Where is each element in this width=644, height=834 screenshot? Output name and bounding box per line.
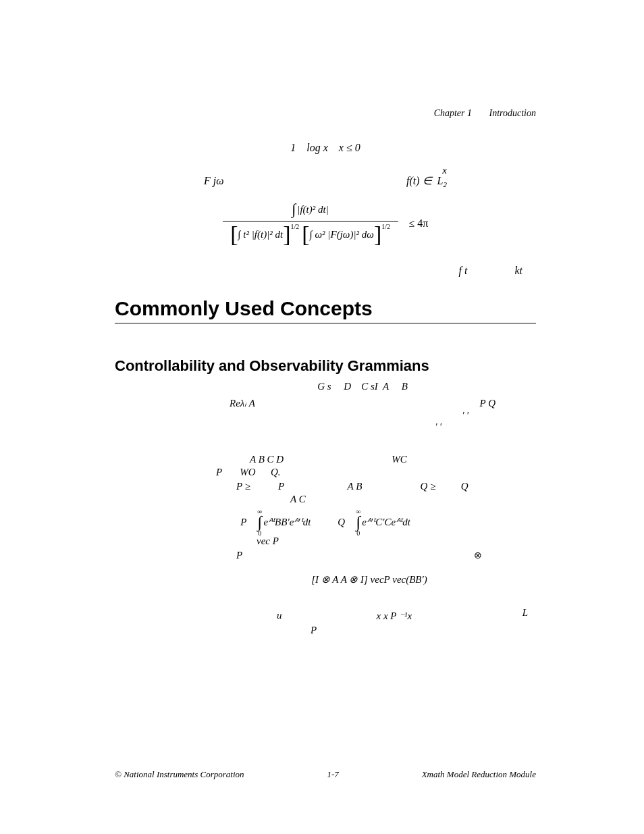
- q-label: Q: [338, 517, 345, 528]
- q-integral: Q ∞ ∫ 0 eᴬ′ᵗC′Ceᴬᵗdt: [338, 508, 410, 538]
- page-footer: © National Instruments Corporation 1-7 X…: [115, 769, 536, 780]
- u-xpx-line: u x x P ⁻¹x: [277, 610, 536, 622]
- p-equals: P: [240, 517, 246, 528]
- math-inequality: ≤ 4π: [406, 217, 429, 230]
- integral-icon: ∫: [258, 515, 263, 530]
- math-fjw-row: F jω x f(t) ∈ L2: [204, 174, 447, 187]
- math-fraction: ∫ |f(t)² dt| [ ∫ t² |f(t)|² dt ] 1/2 [ ∫…: [223, 199, 398, 247]
- running-header: Chapter 1 Introduction: [434, 108, 536, 119]
- math-num-body: |f(t)² dt|: [297, 204, 329, 215]
- footer-center: 1-7: [327, 769, 338, 780]
- p-kron-line: P ⊗: [236, 550, 536, 561]
- abcd-wc-line: A B C D WC: [250, 454, 536, 465]
- integral-icon: ∫: [356, 515, 360, 530]
- footer-left: © National Instruments Corporation: [115, 769, 244, 780]
- math-den1: ∫ t² |f(t)|² dt: [238, 229, 283, 240]
- u-symbol: u: [277, 610, 282, 622]
- footer-right: Xmath Model Reduction Module: [422, 769, 536, 780]
- vec-p-line: vec P: [257, 536, 536, 547]
- math-den2: ∫ ω² |F(jω)|² dω: [310, 229, 374, 240]
- bracket-right-icon: ]: [374, 223, 381, 246]
- p-int-body: eᴬᵗBB′eᴬ′ᵗdt: [263, 516, 311, 528]
- re-lambda: Reλᵢ A: [230, 396, 255, 411]
- integral-symbol: ∫: [292, 201, 296, 218]
- chapter-label: Chapter 1: [434, 108, 472, 118]
- subsection-heading: Controllability and Observability Grammi…: [115, 357, 536, 375]
- p-last: P: [311, 625, 536, 636]
- l-symbol: L: [522, 607, 528, 619]
- xpx: x x P ⁻¹x: [377, 610, 412, 622]
- p-ge-line: P ≥ P A B Q ≥ Q: [236, 481, 536, 492]
- gs-paragraph: G s D C sI A B Reλᵢ A P Q ′ ′ ′ ′: [230, 379, 536, 434]
- math-ft: f t: [459, 265, 468, 277]
- math-denominator: [ ∫ t² |f(t)|² dt ] 1/2 [ ∫ ω² |F(jω)|² …: [229, 221, 392, 247]
- p-wo-q-line: P WO Q.: [216, 467, 536, 478]
- bracket-right-icon: ]: [283, 223, 290, 246]
- kronecker-icon: ⊗: [474, 550, 482, 561]
- section-heading: Commonly Used Concepts: [115, 297, 536, 323]
- math-fjw: F jω: [204, 175, 224, 187]
- bracket-left-icon: [: [230, 223, 238, 246]
- pq-integrals: P ∞ ∫ 0 eᴬᵗBB′eᴬ′ᵗdt Q ∞ ∫ 0 eᴬ′ᵗC′Ceᴬᵗd…: [115, 508, 536, 538]
- bracket-left-icon: [: [302, 223, 309, 246]
- p-alone: P: [236, 550, 242, 561]
- math-ft-kt: f t kt: [115, 265, 536, 277]
- math-kt: kt: [514, 265, 522, 277]
- kron-equation: [I ⊗ A A ⊗ I] vecP vec(BB′): [203, 573, 536, 585]
- int-lower: 0: [356, 529, 360, 537]
- math-den1-exp: 1/2: [291, 223, 300, 230]
- math-log-line: 1 log x x ≤ 0: [115, 142, 536, 154]
- ac-line: A C: [290, 494, 536, 505]
- gs-line: G s D C sI A B: [317, 381, 408, 392]
- p-integral: P ∞ ∫ 0 eᴬᵗBB′eᴬ′ᵗdt: [240, 508, 311, 538]
- math-numerator: ∫ |f(t)² dt|: [223, 199, 398, 221]
- wc: WC: [392, 454, 407, 465]
- math-den2-exp: 1/2: [381, 223, 390, 230]
- primes-row1: ′ ′: [230, 411, 468, 422]
- abcd: A B C D: [250, 454, 284, 465]
- math-l2-main: f(t) ∈ L: [406, 175, 443, 186]
- math-l2: x f(t) ∈ L2: [406, 174, 447, 187]
- pq-label: P Q: [480, 396, 495, 411]
- math-l2-super: x: [442, 165, 447, 176]
- page-content: 1 log x x ≤ 0 F jω x f(t) ∈ L2 ∫ |f(t)² …: [115, 142, 536, 636]
- chapter-title: Introduction: [489, 108, 536, 118]
- math-l2-sub: 2: [444, 180, 448, 188]
- primes-row2: ′ ′: [230, 422, 441, 434]
- math-uncertainty-inequality: ∫ |f(t)² dt| [ ∫ t² |f(t)|² dt ] 1/2 [ ∫…: [115, 199, 536, 247]
- p-ge-text: P ≥ P A B Q ≥ Q: [236, 481, 468, 492]
- q-int-body: eᴬ′ᵗC′Ceᴬᵗdt: [362, 516, 410, 528]
